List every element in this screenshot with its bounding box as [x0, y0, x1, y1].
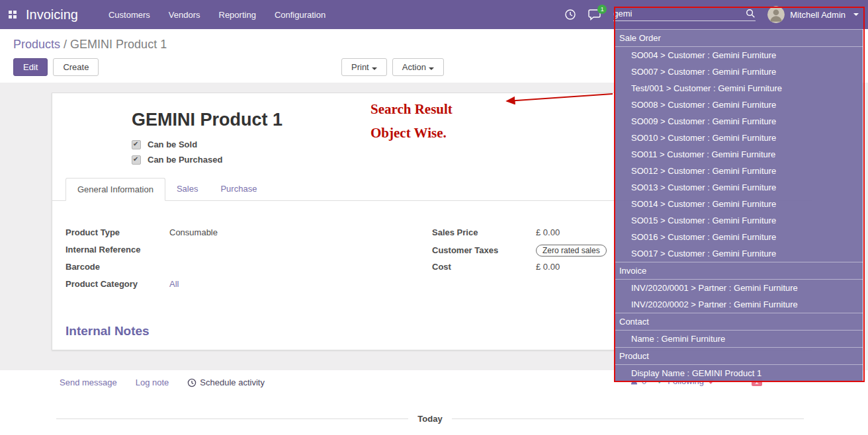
user-menu[interactable]: Mitchell Admin — [767, 6, 859, 23]
messages-icon[interactable]: 1 — [588, 9, 601, 20]
can-be-purchased-label: Can be Purchased — [148, 155, 222, 165]
nav-item-configuration[interactable]: Configuration — [275, 10, 326, 20]
search-result-item[interactable]: SO009 > Customer : Gemini Furniture — [615, 113, 863, 130]
dropdown-section-invoice: Invoice — [615, 262, 863, 280]
search-results-dropdown: Sale Order SO004 > Customer : Gemini Fur… — [615, 29, 863, 382]
search-result-item[interactable]: SO015 > Customer : Gemini Furniture — [615, 212, 863, 229]
can-be-sold-label: Can be Sold — [148, 139, 197, 149]
search-result-item[interactable]: SO004 > Customer : Gemini Furniture — [615, 47, 863, 63]
customer-taxes-badge[interactable]: Zero rated sales — [536, 245, 607, 257]
sales-price-label: Sales Price — [432, 227, 536, 237]
breadcrumb: Products / GEMINI Product 1 — [13, 38, 167, 52]
search-result-item[interactable]: SO008 > Customer : Gemini Furniture — [615, 97, 863, 113]
barcode-label: Barcode — [65, 262, 169, 272]
breadcrumb-separator: / — [64, 38, 67, 51]
edit-button[interactable]: Edit — [13, 58, 48, 76]
apps-grid-icon[interactable] — [9, 11, 17, 19]
customer-taxes-label: Customer Taxes — [432, 245, 536, 255]
action-button[interactable]: Action — [392, 58, 444, 76]
clock-icon — [187, 378, 196, 387]
top-navbar: Invoicing Customers Vendors Reporting Co… — [0, 0, 868, 29]
search-result-item[interactable]: INV/2020/0001 > Partner : Gemini Furnitu… — [615, 280, 863, 296]
today-label: Today — [417, 414, 442, 424]
search-result-item[interactable]: SO014 > Customer : Gemini Furniture — [615, 196, 863, 212]
annotation-arrow — [498, 89, 620, 110]
print-button[interactable]: Print — [341, 58, 387, 76]
search-icon[interactable] — [746, 9, 756, 19]
breadcrumb-products[interactable]: Products — [13, 38, 60, 51]
dropdown-section-sale-order: Sale Order — [615, 29, 863, 47]
navbar-right: 1 Mitchell Admin — [564, 6, 868, 23]
nav-menu: Customers Vendors Reporting Configuratio… — [108, 10, 326, 20]
internal-reference-label: Internal Reference — [65, 245, 169, 255]
nav-item-vendors[interactable]: Vendors — [169, 10, 200, 20]
tab-purchase[interactable]: Purchase — [209, 178, 268, 200]
chat-badge: 1 — [597, 5, 607, 14]
search-result-item[interactable]: SO017 > Customer : Gemini Furniture — [615, 245, 863, 262]
today-divider: Today — [56, 414, 804, 424]
cost-label: Cost — [432, 262, 536, 272]
create-button[interactable]: Create — [53, 58, 99, 76]
global-search-box — [613, 9, 756, 21]
product-type-value: Consumable — [169, 227, 218, 237]
product-category-value[interactable]: All — [169, 279, 179, 289]
search-input[interactable] — [613, 9, 746, 19]
action-caret-icon — [429, 67, 434, 70]
nav-item-customers[interactable]: Customers — [108, 10, 150, 20]
search-result-item[interactable]: Test/001 > Customer : Gemini Furniture — [615, 80, 863, 97]
dropdown-section-product: Product — [615, 347, 863, 365]
print-caret-icon — [372, 67, 377, 70]
can-be-purchased-checkbox[interactable] — [132, 155, 141, 165]
app-brand[interactable]: Invoicing — [26, 7, 78, 22]
tab-sales[interactable]: Sales — [165, 178, 210, 200]
breadcrumb-current: GEMINI Product 1 — [70, 38, 167, 51]
search-result-item[interactable]: SO010 > Customer : Gemini Furniture — [615, 130, 863, 146]
search-result-item[interactable]: SO016 > Customer : Gemini Furniture — [615, 229, 863, 245]
search-result-item[interactable]: SO007 > Customer : Gemini Furniture — [615, 63, 863, 80]
search-result-item[interactable]: Display Name : GEMINI Product 1 — [615, 365, 863, 381]
nav-item-reporting[interactable]: Reporting — [219, 10, 256, 20]
search-result-item[interactable]: INV/2020/0002 > Partner : Gemini Furnitu… — [615, 296, 863, 313]
avatar — [767, 6, 785, 23]
chevron-down-icon — [853, 13, 859, 16]
send-message-link[interactable]: Send message — [60, 377, 117, 387]
user-name: Mitchell Admin — [790, 10, 846, 20]
tab-general-information[interactable]: General Information — [65, 178, 165, 201]
search-result-item[interactable]: Name : Gemini Furniture — [615, 331, 863, 347]
search-result-item[interactable]: SO013 > Customer : Gemini Furniture — [615, 179, 863, 196]
sales-price-value: £ 0.00 — [536, 227, 560, 237]
search-result-item[interactable]: SO011 > Customer : Gemini Furniture — [615, 146, 863, 163]
search-result-item[interactable]: SO012 > Customer : Gemini Furniture — [615, 163, 863, 179]
cost-value: £ 0.00 — [536, 262, 560, 272]
can-be-sold-checkbox[interactable] — [132, 140, 141, 149]
product-type-label: Product Type — [65, 227, 169, 237]
activities-clock-icon[interactable] — [564, 9, 576, 20]
schedule-activity-link[interactable]: Schedule activity — [187, 377, 265, 387]
log-note-link[interactable]: Log note — [136, 377, 169, 387]
product-category-label: Product Category — [65, 279, 169, 289]
annotation-text: Search Result Object Wise. — [370, 97, 453, 145]
dropdown-section-contact: Contact — [615, 313, 863, 331]
